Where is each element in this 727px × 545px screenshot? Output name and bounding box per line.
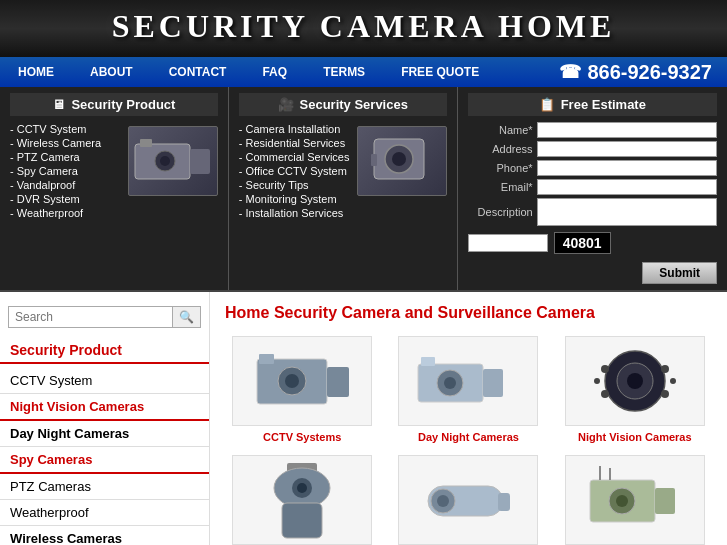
list-item[interactable]: CCTV System (10, 122, 122, 136)
svg-rect-38 (655, 488, 675, 514)
nav-free-quote[interactable]: FREE QUOTE (383, 57, 497, 87)
code-row: 40801 (468, 232, 717, 254)
phone-input[interactable] (537, 160, 717, 176)
svg-rect-1 (190, 149, 210, 174)
nav-home[interactable]: HOME (0, 57, 72, 87)
sidebar-item-ptz[interactable]: PTZ Cameras (0, 474, 209, 500)
sidebar-item-cctv[interactable]: CCTV System (0, 368, 209, 394)
svg-point-32 (297, 483, 307, 493)
svg-point-22 (601, 365, 609, 373)
svg-point-17 (444, 377, 456, 389)
camera-grid: CCTV Systems Day Night Cameras (225, 336, 712, 545)
svg-point-7 (392, 152, 406, 166)
svg-point-24 (601, 390, 609, 398)
list-item[interactable]: Commercial Services (239, 150, 351, 164)
camera-label-day-night: Day Night Cameras (391, 431, 545, 443)
search-box: 🔍 (8, 306, 201, 328)
nav-about[interactable]: ABOUT (72, 57, 151, 87)
top-panels: 🖥 Security Product CCTV System Wireless … (0, 87, 727, 292)
sidebar-item-night-vision[interactable]: Night Vision Cameras (0, 394, 209, 421)
camera-thumb-night-vision[interactable] (565, 336, 705, 426)
camera-item-weatherproof: Weatherproof Cameras (391, 455, 545, 545)
svg-point-40 (616, 495, 628, 507)
address-row: Address (468, 141, 717, 157)
code-display: 40801 (554, 232, 611, 254)
submit-button[interactable]: Submit (642, 262, 717, 284)
security-product-panel: 🖥 Security Product CCTV System Wireless … (0, 87, 228, 290)
svg-rect-15 (483, 369, 503, 397)
sidebar-item-wireless[interactable]: Wireless Cameras (0, 526, 209, 545)
svg-point-25 (661, 390, 669, 398)
name-input[interactable] (537, 122, 717, 138)
sidebar-section-title: Security Product (0, 338, 209, 364)
search-input[interactable] (9, 307, 172, 327)
security-services-panel: 🎥 Security Services Camera Installation … (229, 87, 457, 290)
email-input[interactable] (537, 179, 717, 195)
svg-rect-8 (371, 154, 377, 166)
name-label: Name* (468, 124, 533, 136)
security-product-title: Security Product (71, 97, 175, 112)
phone-row: Phone* (468, 160, 717, 176)
list-item[interactable]: Camera Installation (239, 122, 351, 136)
security-services-title: Security Services (300, 97, 408, 112)
address-label: Address (468, 143, 533, 155)
security-product-header: 🖥 Security Product (10, 93, 218, 116)
description-row: Description (468, 198, 717, 226)
phone-label: Phone* (468, 162, 533, 174)
security-services-icon: 🎥 (278, 97, 294, 112)
sidebar-item-spy[interactable]: Spy Cameras (0, 447, 209, 474)
camera-item-wireless: Wireless Security Cameras (558, 455, 712, 545)
svg-rect-30 (282, 503, 322, 538)
site-header: Security Camera Home (0, 0, 727, 57)
svg-point-23 (661, 365, 669, 373)
list-item[interactable]: Residential Services (239, 136, 351, 150)
sidebar-item-day-night[interactable]: Day Night Cameras (0, 421, 209, 447)
nav-terms[interactable]: TERMS (305, 57, 383, 87)
list-item[interactable]: PTZ Camera (10, 150, 122, 164)
free-estimate-title: Free Estimate (561, 97, 646, 112)
list-item[interactable]: Installation Services (239, 206, 351, 220)
camera-thumb-ptz[interactable] (232, 455, 372, 545)
free-estimate-panel: 📋 Free Estimate Name* Address Phone* Ema… (458, 87, 727, 290)
camera-thumb-weatherproof[interactable] (398, 455, 538, 545)
phone-icon: ☎ (559, 61, 581, 83)
phone-area: ☎ 866-926-9327 (559, 61, 727, 84)
main-content: 🔍 Security Product CCTV System Night Vis… (0, 292, 727, 545)
camera-thumb-day-night[interactable] (398, 336, 538, 426)
list-item[interactable]: Office CCTV System (239, 164, 351, 178)
site-title: Security Camera Home (0, 8, 727, 45)
nav-faq[interactable]: FAQ (244, 57, 305, 87)
list-item[interactable]: Weatherproof (10, 206, 122, 220)
address-input[interactable] (537, 141, 717, 157)
svg-point-35 (437, 495, 449, 507)
list-item[interactable]: DVR System (10, 192, 122, 206)
camera-item-ptz: PTZ Cameras (225, 455, 379, 545)
list-item[interactable]: Monitoring System (239, 192, 351, 206)
svg-rect-13 (259, 354, 274, 364)
email-row: Email* (468, 179, 717, 195)
content-area: Home Security Camera and Surveillance Ca… (210, 292, 727, 545)
sidebar-item-weatherproof[interactable]: Weatherproof (0, 500, 209, 526)
camera-item-cctv: CCTV Systems (225, 336, 379, 443)
nav-contact[interactable]: CONTACT (151, 57, 245, 87)
camera-item-day-night: Day Night Cameras (391, 336, 545, 443)
security-services-header: 🎥 Security Services (239, 93, 447, 116)
description-input[interactable] (537, 198, 717, 226)
camera-thumb-wireless[interactable] (565, 455, 705, 545)
svg-rect-36 (498, 493, 510, 511)
panel-camera-image (128, 126, 218, 196)
camera-item-night-vision: Night Vision Cameras (558, 336, 712, 443)
code-input[interactable] (468, 234, 548, 252)
svg-point-26 (594, 378, 600, 384)
list-item[interactable]: Vandalproof (10, 178, 122, 192)
camera-thumb-cctv[interactable] (232, 336, 372, 426)
svg-point-27 (670, 378, 676, 384)
services-camera-image (357, 126, 447, 196)
list-item[interactable]: Wireless Camera (10, 136, 122, 150)
list-item[interactable]: Spy Camera (10, 164, 122, 178)
content-title: Home Security Camera and Surveillance Ca… (225, 304, 712, 322)
search-button[interactable]: 🔍 (172, 307, 200, 327)
description-label: Description (468, 206, 533, 218)
phone-number: 866-926-9327 (587, 61, 712, 84)
list-item[interactable]: Security Tips (239, 178, 351, 192)
